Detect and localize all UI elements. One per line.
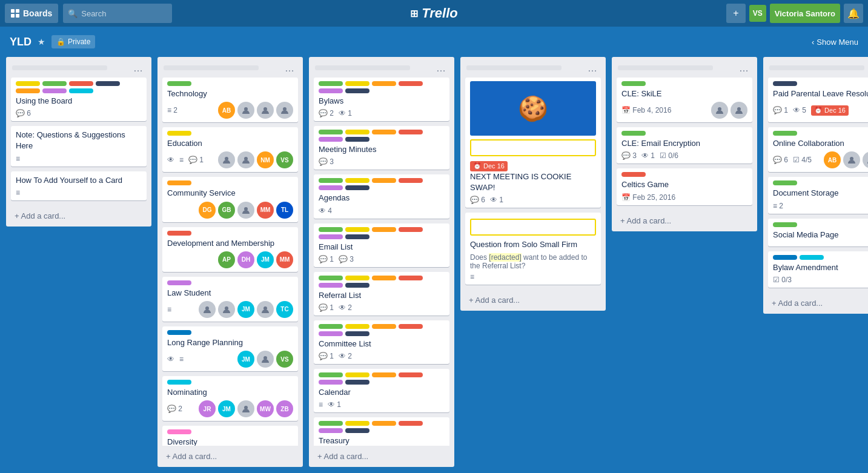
card-avatars: NMVS bbox=[218, 151, 293, 168]
card[interactable]: Law Student≡JMTC bbox=[162, 277, 298, 322]
card[interactable]: Meeting Minutes💬 3 bbox=[314, 126, 449, 170]
avatar bbox=[218, 301, 235, 318]
card-meta-item: 📅 Feb 25, 2016 bbox=[621, 193, 675, 202]
add-card-button[interactable]: + Add a card... bbox=[11, 209, 147, 223]
card[interactable]: Development and MembershipAPDHJMMM bbox=[162, 227, 298, 272]
svg-rect-2 bbox=[11, 14, 15, 18]
card-labels bbox=[621, 172, 747, 177]
card-label bbox=[319, 185, 343, 190]
card-label bbox=[319, 421, 343, 426]
card[interactable]: Referral List💬 1👁 2 bbox=[314, 272, 449, 316]
header-right: + VS Victoria Santoro 🔔 bbox=[726, 4, 863, 23]
card-label bbox=[621, 172, 646, 177]
card-avatars: AB bbox=[824, 151, 868, 168]
card-title: Question from Solo Small Firm bbox=[470, 239, 596, 250]
list-header: … bbox=[763, 57, 868, 78]
user-avatar[interactable]: VS bbox=[749, 5, 766, 22]
card-meta-item: ≡ bbox=[470, 273, 474, 281]
card-label bbox=[345, 331, 369, 336]
add-card-button[interactable]: + Add a card... bbox=[162, 449, 298, 463]
search-input[interactable] bbox=[81, 9, 167, 18]
card[interactable]: Bylaw Amendment☑ 0/3 bbox=[768, 251, 868, 288]
card[interactable]: CLE: SkiLE📅 Feb 4, 2016 bbox=[617, 78, 752, 122]
card-title: Paid Parental Leave Resolution bbox=[773, 88, 868, 99]
list-4: …🍪⏰ Dec 16NEXT MEETING IS COOKIE SWAP!💬 … bbox=[460, 57, 606, 311]
card-meta-item: ≡ 2 bbox=[773, 202, 783, 210]
add-card-button[interactable]: + Add a card... bbox=[768, 296, 868, 310]
list-menu-button[interactable]: … bbox=[585, 62, 600, 75]
card-avatars: DGGBMMTL bbox=[199, 202, 293, 219]
card-label bbox=[372, 372, 396, 377]
board-star-icon[interactable]: ★ bbox=[38, 37, 45, 47]
card[interactable]: Treasury💬 2👁 2 bbox=[314, 417, 449, 446]
show-menu-link[interactable]: ‹ Show Menu bbox=[812, 38, 858, 47]
card-meta-item: 👁 5 bbox=[793, 106, 806, 114]
card-labels bbox=[167, 330, 293, 335]
avatar: AB bbox=[218, 102, 235, 119]
avatar bbox=[843, 151, 860, 168]
list-menu-button[interactable]: … bbox=[434, 62, 448, 75]
card-meta: 👁≡JMVS bbox=[167, 351, 293, 368]
add-card-button[interactable]: + Add a card... bbox=[617, 214, 752, 228]
card[interactable]: Document Storage≡ 2 bbox=[768, 177, 868, 213]
card-meta: 💬 2JRJMMWZB bbox=[167, 400, 293, 417]
card-label bbox=[621, 81, 646, 86]
notification-button[interactable]: 🔔 bbox=[844, 4, 863, 23]
card-meta: 💬 1👁 2 bbox=[319, 352, 445, 360]
card-meta: ≡ 2AB bbox=[167, 102, 293, 119]
card[interactable]: Community ServiceDGGBMMTL bbox=[162, 177, 298, 222]
svg-rect-1 bbox=[16, 9, 19, 13]
card-meta-item: 👁 1 bbox=[641, 151, 655, 160]
list-menu-button[interactable]: … bbox=[131, 62, 145, 75]
card[interactable]: CLE: Email Encryption💬 3👁 1☑ 0/6 bbox=[617, 127, 752, 164]
card-meta: 💬 6 bbox=[16, 109, 142, 117]
add-card-button[interactable]: + Add a card... bbox=[314, 449, 449, 463]
card-input-2[interactable] bbox=[470, 219, 596, 236]
card-meta: 👁 4 bbox=[319, 207, 445, 215]
card[interactable]: Education👁≡💬 1NMVS bbox=[162, 127, 298, 172]
card[interactable]: Question from Solo Small FirmDoes [redac… bbox=[465, 213, 601, 284]
card-label bbox=[621, 131, 646, 136]
card[interactable]: 🍪⏰ Dec 16NEXT MEETING IS COOKIE SWAP!💬 6… bbox=[465, 78, 601, 208]
list-cards: CLE: SkiLE📅 Feb 4, 2016CLE: Email Encryp… bbox=[612, 78, 757, 210]
card[interactable]: Celtics Game📅 Feb 25, 2016 bbox=[617, 168, 752, 205]
user-menu-button[interactable]: Victoria Santoro bbox=[770, 4, 840, 23]
card[interactable]: Nominating💬 2JRJMMWZB bbox=[162, 376, 298, 421]
search-bar[interactable]: 🔍 bbox=[63, 4, 172, 23]
card[interactable]: Email List💬 1💬 3 bbox=[314, 223, 449, 267]
card-label bbox=[319, 428, 343, 433]
card[interactable]: Agendas👁 4 bbox=[314, 174, 449, 218]
card[interactable]: Bylaws💬 2👁 1 bbox=[314, 78, 449, 121]
card-label bbox=[167, 429, 191, 434]
card[interactable]: Calendar≡👁 1 bbox=[314, 369, 449, 412]
list-cards: Technology≡ 2ABEducation👁≡💬 1NMVSCommuni… bbox=[157, 78, 303, 446]
board-privacy[interactable]: 🔒 Private bbox=[51, 35, 95, 48]
boards-button[interactable]: Boards bbox=[5, 4, 58, 23]
list-menu-button[interactable]: … bbox=[737, 62, 751, 75]
add-card-button[interactable]: + Add a card... bbox=[465, 293, 601, 307]
list-cards: 🍪⏰ Dec 16NEXT MEETING IS COOKIE SWAP!💬 6… bbox=[460, 78, 606, 289]
card[interactable]: Technology≡ 2AB bbox=[162, 78, 298, 122]
card[interactable]: Social Media Page bbox=[768, 219, 868, 246]
card-title: Social Media Page bbox=[773, 230, 868, 240]
card[interactable]: How To Add Yourself to a Card≡ bbox=[11, 171, 147, 200]
card[interactable]: Diversity👁≡ bbox=[162, 426, 298, 446]
list-header: … bbox=[460, 57, 606, 78]
card-meta: 💬 6☑ 4/5AB bbox=[773, 151, 868, 168]
card-input[interactable] bbox=[470, 139, 596, 156]
card-label bbox=[167, 231, 191, 236]
card[interactable]: Using the Board💬 6 bbox=[11, 78, 147, 121]
avatar bbox=[731, 102, 747, 119]
card-labels bbox=[773, 255, 868, 260]
card-title: Education bbox=[167, 138, 293, 149]
card[interactable]: Note: Questions & Suggestions Here≡ bbox=[11, 126, 147, 166]
card-label bbox=[345, 234, 369, 239]
list-menu-button[interactable]: … bbox=[282, 62, 297, 75]
card[interactable]: Committee List💬 1👁 2 bbox=[314, 320, 449, 364]
card[interactable]: Online Collaboration💬 6☑ 4/5AB bbox=[768, 127, 868, 172]
card-title: Referral List bbox=[319, 290, 445, 301]
card-meta: 💬 3 bbox=[319, 157, 445, 166]
card[interactable]: Long Range Planning👁≡JMVS bbox=[162, 326, 298, 371]
card[interactable]: Paid Parental Leave Resolution💬 1👁 5⏰ De… bbox=[768, 78, 868, 122]
add-button[interactable]: + bbox=[726, 4, 746, 23]
